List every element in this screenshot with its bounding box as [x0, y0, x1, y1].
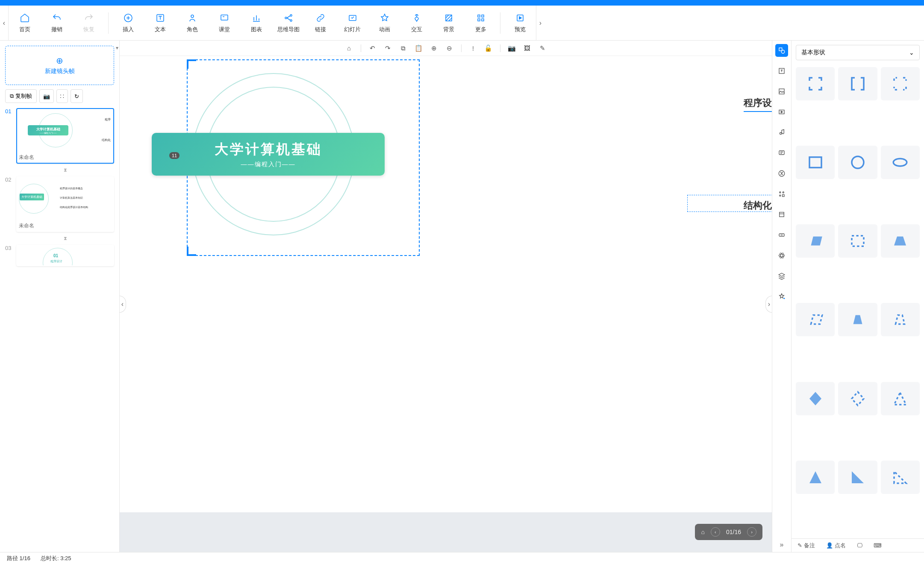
ctb-home-icon[interactable]: ⌂ — [345, 44, 353, 52]
ctb-edit-icon[interactable]: ✎ — [539, 44, 547, 52]
vtool-button[interactable] — [775, 229, 788, 241]
text-button[interactable]: 文本 — [144, 6, 176, 40]
interact-button[interactable]: 交互 — [400, 6, 433, 40]
shape-trapezoid-outline[interactable] — [838, 303, 877, 336]
shape-frame-dashed[interactable] — [881, 67, 920, 100]
canvas-viewport[interactable]: 大学计算机基础 ——编程入门—— 11 程序设 结构化 ‹ › ⌂ ‹ 01/1… — [120, 56, 772, 552]
shape-parallelogram-dashed[interactable] — [796, 303, 835, 336]
ctb-zoom-in-icon[interactable]: ⊕ — [430, 44, 438, 52]
vtool-widget[interactable] — [775, 188, 788, 200]
redo-button[interactable]: 恢复 — [73, 6, 105, 40]
shape-right-triangle-dashed[interactable] — [881, 461, 920, 494]
bottom-toolbar: ✎备注 👤点名 🖵 ⌨ — [792, 538, 924, 552]
more-button[interactable]: 更多 — [465, 6, 497, 40]
vtool-audio[interactable] — [775, 126, 788, 139]
ctb-rotate-right-icon[interactable]: ↷ — [384, 44, 392, 52]
shape-frame-bracket[interactable] — [838, 67, 877, 100]
anim-button[interactable]: 动画 — [368, 6, 400, 40]
new-frame-button[interactable]: ⊕ 新建镜头帧 — [5, 46, 114, 85]
interact-label: 交互 — [411, 26, 422, 33]
link-label: 链接 — [315, 26, 326, 33]
vtool-text[interactable] — [775, 65, 788, 77]
slide-icon — [347, 13, 358, 23]
camera-button[interactable]: 📷 — [39, 89, 54, 103]
chart-label: 图表 — [251, 26, 262, 33]
thumb-3[interactable]: 01 程序设计 — [16, 245, 114, 266]
new-frame-label: 新建镜头帧 — [45, 68, 75, 75]
shape-right-triangle[interactable] — [838, 461, 877, 494]
vtool-image[interactable] — [775, 85, 788, 98]
vtool-layers[interactable] — [775, 270, 788, 282]
keyboard-button[interactable]: ⌨ — [874, 542, 882, 549]
shape-triangle-dashed[interactable] — [881, 382, 920, 415]
toolbar-expand-right[interactable]: › — [536, 6, 544, 41]
play-icon — [515, 13, 525, 23]
present-button[interactable]: 🖵 — [857, 542, 862, 549]
vtool-frame[interactable] — [775, 208, 788, 221]
role-button[interactable]: 角色 — [176, 6, 208, 40]
vtool-star-add[interactable] — [775, 290, 788, 303]
canvas-title-box[interactable]: 大学计算机基础 ——编程入门—— — [152, 133, 385, 176]
thumb-2[interactable]: 大学计算机基础 程序设计的基本概念 计算机算法基本知识 结构化程序设计基本结构 … — [16, 176, 114, 232]
vtool-atom[interactable] — [775, 249, 788, 262]
preview-button[interactable]: 预览 — [504, 6, 536, 40]
notes-button[interactable]: ✎备注 — [797, 542, 815, 549]
shapes-category-dropdown[interactable]: 基本形状 ⌄ — [796, 45, 920, 60]
ctb-unlock-icon[interactable]: 🔓 — [485, 44, 492, 52]
mindmap-button[interactable]: 思维导图 — [272, 6, 304, 40]
shape-diamond-dashed[interactable] — [838, 382, 877, 415]
qr-button[interactable]: ⸬ — [56, 89, 68, 103]
vtool-formula[interactable] — [775, 167, 788, 180]
chart-button[interactable]: 图表 — [240, 6, 272, 40]
copy-frame-button[interactable]: ⧉ 复制帧 — [5, 89, 37, 103]
shape-rect[interactable] — [796, 146, 835, 179]
slide-button[interactable]: 幻灯片 — [336, 6, 368, 40]
vtool-video[interactable] — [775, 106, 788, 118]
thumb-2-caption: 未命名 — [17, 220, 36, 231]
shape-trapezoid-dashed[interactable] — [881, 303, 920, 336]
nav-prev-button[interactable]: ‹ — [711, 527, 720, 537]
bg-button[interactable]: 背景 — [433, 6, 465, 40]
nav-home-icon[interactable]: ⌂ — [701, 529, 704, 535]
thumb-row-2: 02 大学计算机基础 程序设计的基本概念 计算机算法基本知识 结构化程序设计基本… — [5, 176, 114, 241]
thumb-row-1: 01 大学计算机基础——编程入门—— 程序 结构化 未命名 ⧗ — [5, 108, 114, 173]
shape-diamond-fill[interactable] — [796, 382, 835, 415]
svg-point-4 — [285, 17, 287, 19]
shape-frame-solid[interactable] — [796, 67, 835, 100]
vtool-comment[interactable] — [775, 147, 788, 159]
preview-label: 预览 — [515, 26, 526, 33]
nav-counter: 01/16 — [726, 529, 741, 535]
rollcall-button[interactable]: 👤点名 — [826, 542, 846, 549]
class-button[interactable]: 课堂 — [208, 6, 240, 40]
shape-parallelogram-fill[interactable] — [796, 224, 835, 258]
shape-triangle-fill[interactable] — [796, 461, 835, 494]
toolbar-expand-left[interactable]: ‹ — [0, 6, 9, 41]
frames-sidebar: ▾ ⊕ 新建镜头帧 ⧉ 复制帧 📷 ⸬ ↻ 01 大学计算机基础——编程入门——… — [0, 41, 120, 552]
link-button[interactable]: 链接 — [304, 6, 336, 40]
insert-button[interactable]: 插入 — [112, 6, 144, 40]
ctb-zoom-out-icon[interactable]: ⊖ — [446, 44, 453, 52]
canvas-label-2[interactable]: 结构化 — [744, 199, 772, 212]
nav-next-button[interactable]: › — [747, 527, 756, 537]
ctb-paste-icon[interactable]: 📋 — [415, 44, 423, 52]
shape-trapezoid-fill[interactable] — [881, 224, 920, 258]
ctb-align-icon[interactable]: ⫶ — [469, 44, 477, 52]
home-button[interactable]: 首页 — [9, 6, 41, 40]
ctb-copy-icon[interactable]: ⧉ — [400, 44, 407, 52]
shape-rect-dashed[interactable] — [838, 224, 877, 258]
vtool-collapse[interactable]: » — [772, 541, 791, 549]
thumb-1[interactable]: 大学计算机基础——编程入门—— 程序 结构化 未命名 — [16, 108, 114, 164]
shape-ellipse[interactable] — [881, 146, 920, 179]
vtool-shapes[interactable] — [775, 44, 788, 57]
sidebar-dropdown[interactable]: ▾ — [116, 45, 118, 51]
svg-point-15 — [781, 50, 785, 53]
undo-button[interactable]: 撤销 — [41, 6, 73, 40]
shape-circle[interactable] — [838, 146, 877, 179]
ctb-camera-icon[interactable]: 📷 — [508, 44, 516, 52]
loop-button[interactable]: ↻ — [71, 89, 83, 103]
ctb-image-icon[interactable]: 🖼 — [524, 44, 531, 52]
undo-icon — [52, 13, 62, 23]
ctb-rotate-left-icon[interactable]: ↶ — [369, 44, 377, 52]
chart-icon — [251, 13, 262, 23]
canvas-label-1[interactable]: 程序设 — [744, 97, 772, 112]
